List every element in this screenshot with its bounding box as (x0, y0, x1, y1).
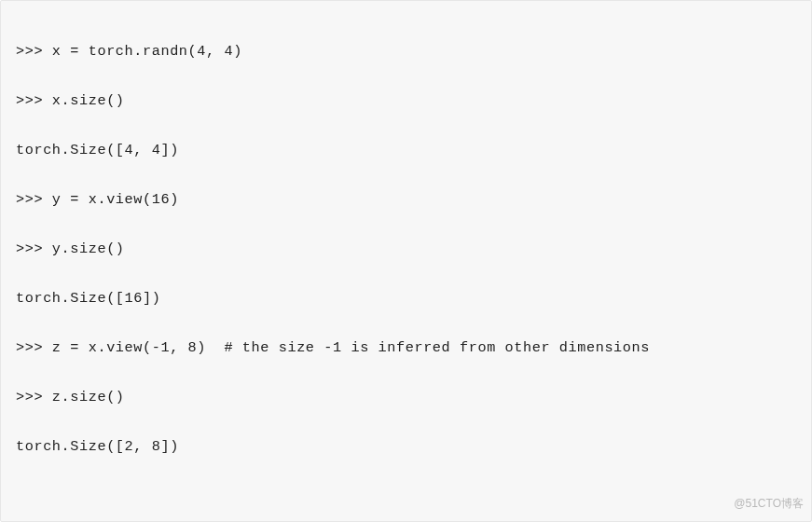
code-line: >>> z = x.view(-1, 8) # the size -1 is i… (16, 336, 796, 361)
code-line: torch.Size([2, 8]) (16, 434, 796, 460)
code-line: torch.Size([4, 4]) (16, 138, 796, 163)
code-block: >>> x = torch.randn(4, 4) >>> x.size() t… (0, 0, 812, 522)
code-line: torch.Size([16]) (16, 286, 796, 311)
blank-line (16, 484, 796, 509)
code-line: >>> z.size() (16, 385, 796, 410)
code-line: >>> y = x.view(16) (16, 187, 796, 213)
code-line: >>> x.size() (16, 89, 796, 114)
code-line: >>> x = torch.randn(4, 4) (16, 39, 796, 64)
code-line: >>> y.size() (16, 237, 796, 262)
watermark-text: @51CTO博客 (734, 491, 804, 516)
